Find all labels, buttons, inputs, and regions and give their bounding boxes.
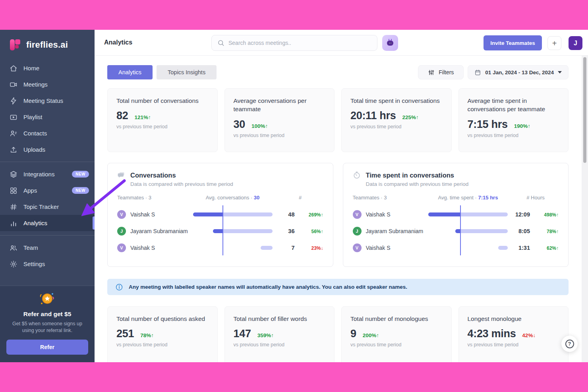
card-value: 147 bbox=[234, 328, 251, 340]
search-box[interactable] bbox=[211, 35, 377, 51]
stat-card-avg-time: Average time spent in conversations per … bbox=[458, 88, 569, 152]
col-teammates: Teammates · 3 bbox=[117, 195, 188, 201]
date-range-picker[interactable]: 01 Jan, 2024 - 13 Dec, 2024 bbox=[468, 65, 569, 79]
avatar: V bbox=[353, 243, 362, 252]
gear-icon bbox=[10, 260, 17, 268]
video-camera-icon bbox=[10, 81, 17, 89]
stat-card-total-time: Total time spent in conversations 20:11 … bbox=[341, 88, 452, 152]
teammate-name: Vaishak S bbox=[366, 245, 391, 251]
avatar: J bbox=[353, 227, 362, 236]
fireflies-logo-icon bbox=[9, 39, 21, 51]
active-item-indicator bbox=[93, 216, 95, 230]
topbar: Analytics Invite Teammates + J bbox=[95, 30, 588, 56]
teammate-rows: VVaishak S 12:09 498%↑ JJayaram Subraman… bbox=[353, 206, 559, 256]
sidebar-item-label: Meetings bbox=[23, 81, 48, 88]
change-badge: 269%↑ bbox=[309, 212, 323, 218]
stat-cards-top: Total number of conversations 82121%↑ vs… bbox=[107, 88, 569, 152]
sidebar-item-meetings[interactable]: Meetings bbox=[0, 76, 95, 93]
info-banner: Any meeting with labelled speaker names … bbox=[107, 279, 569, 295]
change-badge: 225%↑ bbox=[402, 114, 418, 120]
filters-label: Filters bbox=[439, 69, 454, 75]
lightning-bolt-icon bbox=[10, 97, 17, 105]
calendar-icon bbox=[474, 69, 481, 76]
sidebar-item-integrations[interactable]: Integrations NEW bbox=[0, 166, 95, 182]
sidebar-item-label: Meeting Status bbox=[23, 97, 63, 104]
sidebar-item-home[interactable]: Home bbox=[0, 60, 95, 76]
invite-teammates-button[interactable]: Invite Teammates bbox=[484, 35, 542, 50]
comparison-bar bbox=[193, 212, 273, 216]
ai-bot-button[interactable] bbox=[382, 35, 398, 51]
upload-icon bbox=[10, 146, 17, 154]
teammate-name: Jayaram Subramaniam bbox=[366, 228, 424, 234]
card-value: 30 bbox=[234, 118, 245, 131]
sidebar-item-contacts[interactable]: Contacts bbox=[0, 125, 95, 141]
stat-card-longest-monologue: Longest monologue 4:23 mins42%↓ vs previ… bbox=[458, 306, 569, 370]
tab-topics-insights[interactable]: Topics Insights bbox=[157, 65, 217, 79]
sidebar-item-apps[interactable]: Apps NEW bbox=[0, 182, 95, 199]
sidebar-divider bbox=[0, 235, 95, 236]
card-caption: vs previous time period bbox=[468, 342, 560, 348]
sidebar-item-team[interactable]: Team bbox=[0, 239, 95, 256]
scrollbar-thumb[interactable] bbox=[583, 57, 586, 163]
teammate-name: Jayaram Subramaniam bbox=[130, 228, 188, 234]
sidebar: fireflies.ai Home Meetings Meeting Statu… bbox=[0, 30, 95, 362]
stat-cards-bottom: Total number of questions asked 25178%↑ … bbox=[107, 306, 569, 370]
comparison-bar bbox=[428, 212, 508, 216]
comparison-bar bbox=[428, 229, 508, 233]
sidebar-item-label: Integrations bbox=[23, 171, 54, 178]
average-line bbox=[222, 205, 223, 255]
search-input[interactable] bbox=[228, 40, 371, 46]
scrollbar-track bbox=[582, 56, 588, 362]
sidebar-item-topic-tracker[interactable]: Topic Tracker bbox=[0, 199, 95, 215]
page-title: Analytics bbox=[104, 30, 132, 55]
add-button[interactable]: + bbox=[547, 36, 561, 50]
bar-chart-icon bbox=[10, 219, 17, 227]
stat-card-avg-conversations: Average conversations per teammate 30100… bbox=[224, 88, 335, 152]
stat-card-filler-words: Total number of filler words 147359%↑ vs… bbox=[224, 306, 335, 370]
change-badge: 100%↑ bbox=[251, 123, 268, 129]
refer-button[interactable]: Refer bbox=[6, 340, 88, 355]
change-badge: 359%↑ bbox=[257, 332, 274, 338]
column-headers: Teammates · 3 Avg. time spent · 7:15 hrs… bbox=[353, 195, 559, 201]
card-value: 9 bbox=[350, 328, 356, 340]
sidebar-item-label: Contacts bbox=[23, 130, 47, 137]
sidebar-item-label: Home bbox=[23, 65, 39, 71]
sidebar-item-label: Apps bbox=[23, 187, 37, 194]
teammate-row: VVaishak S 12:09 498%↑ bbox=[353, 206, 559, 223]
card-title: Total number of conversations bbox=[116, 97, 209, 105]
card-title: Average time spent in conversations per … bbox=[468, 97, 560, 114]
row-value: 36 bbox=[277, 228, 295, 234]
sidebar-item-playlist[interactable]: Playlist bbox=[0, 109, 95, 125]
teammate-row: VVaishak S 7 23%↓ bbox=[117, 239, 323, 256]
hash-icon bbox=[10, 203, 17, 211]
sidebar-item-label: Playlist bbox=[23, 114, 43, 120]
help-button[interactable]: ? bbox=[561, 336, 578, 352]
row-value: 48 bbox=[277, 211, 295, 218]
user-avatar[interactable]: J bbox=[569, 36, 582, 50]
layers-icon bbox=[10, 170, 17, 178]
frame-band-bottom bbox=[0, 362, 588, 392]
info-circle-icon bbox=[115, 283, 123, 291]
team-icon bbox=[10, 244, 17, 252]
new-badge: NEW bbox=[72, 171, 89, 178]
sidebar-item-uploads[interactable]: Uploads bbox=[0, 141, 95, 158]
tab-analytics[interactable]: Analytics bbox=[107, 65, 153, 79]
sidebar-item-meeting-status[interactable]: Meeting Status bbox=[0, 93, 95, 109]
playlist-icon bbox=[10, 113, 17, 121]
panel-title: Time spent in conversations bbox=[366, 172, 455, 179]
filters-button[interactable]: Filters bbox=[418, 65, 464, 79]
card-title: Total time spent in conversations bbox=[350, 97, 443, 105]
avatar: J bbox=[117, 227, 126, 236]
teammate-row: VVaishak S 48 269%↑ bbox=[117, 206, 323, 223]
coin-star-confetti-icon bbox=[37, 300, 58, 307]
card-value: 20:11 hrs bbox=[350, 110, 396, 122]
change-badge: 42%↓ bbox=[522, 332, 536, 338]
sidebar-item-settings[interactable]: Settings bbox=[0, 256, 95, 272]
chat-bubbles-icon bbox=[117, 171, 125, 179]
sidebar-item-analytics[interactable]: Analytics bbox=[0, 215, 95, 231]
col-average: Avg. time spent · 7:15 hrs bbox=[428, 195, 508, 201]
logo[interactable]: fireflies.ai bbox=[0, 30, 95, 54]
card-title: Total number of questions asked bbox=[116, 315, 209, 323]
col-average: Avg. conversations · 30 bbox=[193, 195, 273, 201]
avatar: V bbox=[353, 210, 362, 219]
